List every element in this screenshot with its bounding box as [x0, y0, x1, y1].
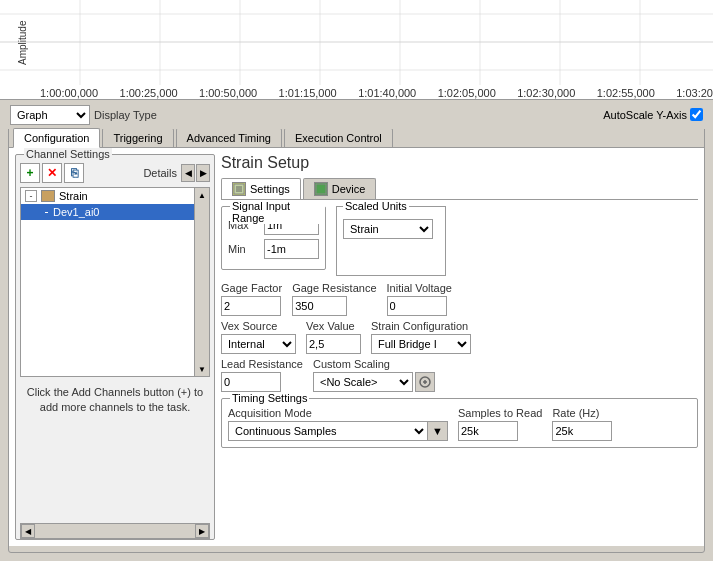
scroll-left-button[interactable]: ◀ [21, 524, 35, 538]
vex-source-wrap: Internal [221, 334, 296, 354]
nav-left-button[interactable]: ◀ [181, 164, 195, 182]
config-container: Configuration Triggering Advanced Timing… [8, 123, 705, 553]
min-row: Min [228, 239, 319, 259]
tab-configuration[interactable]: Configuration [13, 128, 100, 148]
samples-to-read-field: Samples to Read [458, 407, 542, 441]
custom-scaling-wrap: <No Scale> [313, 372, 435, 392]
remove-channel-button[interactable]: ✕ [42, 163, 62, 183]
timing-settings-box: Timing Settings Acquisition Mode Continu… [221, 398, 698, 448]
strain-setup-panel: Strain Setup Settings Device [221, 154, 698, 540]
vex-value-label: Vex Value [306, 320, 361, 332]
custom-scaling-select[interactable]: <No Scale> [313, 372, 413, 392]
gage-resistance-input[interactable] [292, 296, 347, 316]
tree-item-strain[interactable]: - Strain [21, 188, 194, 204]
nav-right-button[interactable]: ▶ [196, 164, 210, 182]
scroll-up-button[interactable]: ▲ [195, 188, 209, 202]
gage-row: Gage Factor Gage Resistance Initial Volt… [221, 282, 698, 316]
gage-resistance-label: Gage Resistance [292, 282, 376, 294]
x-tick-5: 1:02:05,000 [438, 87, 496, 99]
svg-rect-15 [316, 184, 326, 194]
channel-settings-legend: Channel Settings [24, 148, 112, 160]
initial-voltage-field: Initial Voltage [387, 282, 452, 316]
timing-legend: Timing Settings [230, 392, 309, 404]
tree-scrollbar: ▲ ▼ [194, 187, 210, 377]
rate-input[interactable] [552, 421, 612, 441]
acquisition-mode-select[interactable]: Continuous Samples [228, 421, 428, 441]
strain-config-wrap: Full Bridge I [371, 334, 471, 354]
settings-tab-icon [232, 182, 246, 196]
scaled-units-row: Strain [343, 219, 439, 239]
vex-value-field: Vex Value [306, 320, 361, 354]
x-tick-8: 1:03:20 [676, 87, 713, 99]
min-label: Min [228, 243, 258, 255]
initial-voltage-label: Initial Voltage [387, 282, 452, 294]
min-input[interactable] [264, 239, 319, 259]
acquisition-mode-field: Acquisition Mode Continuous Samples ▼ [228, 407, 448, 441]
strain-config-field: Strain Configuration Full Bridge I [371, 320, 471, 354]
vex-value-input[interactable] [306, 334, 361, 354]
vex-source-label: Vex Source [221, 320, 296, 332]
strain-label: Strain [59, 190, 88, 202]
initial-voltage-input[interactable] [387, 296, 447, 316]
h-scrollbar[interactable]: ◀ ▶ [20, 523, 210, 539]
acquisition-mode-wrap: Continuous Samples ▼ [228, 421, 448, 441]
strain-tab-settings[interactable]: Settings [221, 178, 301, 199]
rate-field: Rate (Hz) [552, 407, 612, 441]
tab-execution-control[interactable]: Execution Control [284, 128, 393, 147]
vex-source-field: Vex Source Internal [221, 320, 296, 354]
x-tick-3: 1:01:15,000 [279, 87, 337, 99]
scroll-right-button[interactable]: ▶ [195, 524, 209, 538]
scroll-down-button[interactable]: ▼ [195, 362, 209, 376]
display-type-label: Display Type [94, 109, 157, 121]
lead-resistance-label: Lead Resistance [221, 358, 303, 370]
config-body: Channel Settings + ✕ ⎘ Details ◀ ▶ [9, 148, 704, 546]
strain-icon [41, 190, 55, 202]
strain-tabs: Settings Device [221, 178, 698, 200]
custom-scaling-label: Custom Scaling [313, 358, 435, 370]
gage-factor-input[interactable] [221, 296, 281, 316]
custom-scaling-edit-button[interactable] [415, 372, 435, 392]
gage-factor-label: Gage Factor [221, 282, 282, 294]
autoscale-checkbox[interactable] [690, 108, 703, 121]
tree-line [45, 212, 48, 213]
dev1ai0-label: Dev1_ai0 [53, 206, 99, 218]
settings-tab-label: Settings [250, 183, 290, 195]
x-tick-6: 1:02:30,000 [517, 87, 575, 99]
channel-toolbar: + ✕ ⎘ Details ◀ ▶ [20, 163, 210, 183]
tree-item-dev1ai0[interactable]: Dev1_ai0 [21, 204, 194, 220]
add-channel-button[interactable]: + [20, 163, 40, 183]
autoscale-label[interactable]: AutoScale Y-Axis [603, 108, 703, 121]
x-tick-4: 1:01:40,000 [358, 87, 416, 99]
tab-triggering[interactable]: Triggering [102, 128, 173, 147]
copy-channel-button[interactable]: ⎘ [64, 163, 84, 183]
signal-input-legend: Signal Input Range [230, 200, 325, 224]
samples-to-read-input[interactable] [458, 421, 518, 441]
tab-advanced-timing[interactable]: Advanced Timing [176, 128, 282, 147]
scaled-units-legend: Scaled Units [343, 200, 409, 212]
nav-arrows: ◀ ▶ [181, 164, 210, 182]
rate-label: Rate (Hz) [552, 407, 612, 419]
lead-row: Lead Resistance Custom Scaling <No Scale… [221, 358, 698, 392]
gage-resistance-field: Gage Resistance [292, 282, 376, 316]
top-form-row: Signal Input Range Max Min Scaled Units [221, 206, 698, 276]
graph-panel: Amplitude 1 0 -1 1:00 [0, 0, 713, 115]
display-type-select[interactable]: Graph [10, 105, 90, 125]
vex-row: Vex Source Internal Vex Value Strain Con… [221, 320, 698, 354]
strain-config-label: Strain Configuration [371, 320, 471, 332]
lead-resistance-input[interactable] [221, 372, 281, 392]
expand-icon[interactable]: - [25, 190, 37, 202]
channel-tree: - Strain Dev1_ai0 [20, 187, 194, 377]
add-channels-text: Click the Add Channels button (+) to add… [20, 385, 210, 416]
scaled-units-select[interactable]: Strain [343, 219, 433, 239]
strain-config-select[interactable]: Full Bridge I [371, 334, 471, 354]
main-panel: Configuration Triggering Advanced Timing… [0, 115, 713, 561]
gage-factor-field: Gage Factor [221, 282, 282, 316]
strain-tab-device[interactable]: Device [303, 178, 377, 199]
device-tab-icon [314, 182, 328, 196]
details-label: Details [143, 167, 177, 179]
channel-tree-wrap: - Strain Dev1_ai0 [20, 187, 210, 377]
acquisition-dropdown-arrow[interactable]: ▼ [428, 421, 448, 441]
channel-settings-panel: Channel Settings + ✕ ⎘ Details ◀ ▶ [15, 154, 215, 540]
vex-source-select[interactable]: Internal [221, 334, 296, 354]
x-tick-0: 1:00:00,000 [40, 87, 98, 99]
